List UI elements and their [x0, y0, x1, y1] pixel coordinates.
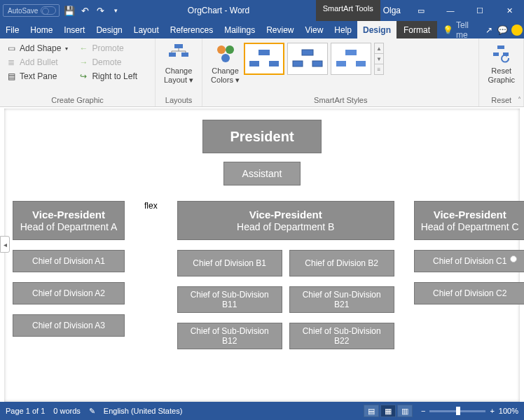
user-name[interactable]: Olga [380, 6, 404, 15]
web-layout-icon[interactable]: ▥ [397, 405, 413, 417]
text-pane-icon: ▤ [6, 71, 17, 82]
zoom-in-button[interactable]: + [490, 407, 494, 415]
print-layout-icon[interactable]: ▦ [380, 405, 396, 417]
gallery-more-icon[interactable]: ≡ [375, 64, 383, 74]
svg-rect-13 [336, 61, 346, 66]
gallery-up-icon[interactable]: ▲ [375, 43, 383, 54]
selection-handle[interactable] [510, 255, 517, 262]
promote-button[interactable]: ←Promote [76, 41, 139, 55]
org-b12[interactable]: Chief of Sub-Division B12 [177, 323, 282, 349]
change-layout-button[interactable]: Change Layout ▾ [160, 41, 198, 86]
promote-label: Promote [92, 43, 123, 53]
comments-icon[interactable]: 💬 [496, 21, 510, 38]
redo-icon[interactable]: ↷ [95, 5, 106, 16]
add-shape-label: Add Shape [20, 43, 61, 53]
svg-rect-10 [293, 61, 303, 66]
org-c1[interactable]: Chief of Division C1 [414, 250, 524, 272]
window-title: OrgChart - Word [121, 6, 315, 15]
tab-smartart-format[interactable]: Format [397, 21, 437, 38]
svg-rect-12 [345, 50, 357, 55]
feedback-icon[interactable] [510, 21, 524, 38]
tab-design[interactable]: Design [90, 21, 127, 38]
gallery-down-icon[interactable]: ▼ [375, 54, 383, 64]
document-area[interactable]: ◂ President Assistant Vice-President Hea… [0, 107, 524, 402]
reset-graphic-button[interactable]: Reset Graphic [483, 41, 519, 86]
maximize-button[interactable]: ☐ [468, 0, 492, 21]
style-option-1[interactable] [244, 43, 284, 75]
svg-rect-0 [174, 44, 183, 48]
org-b2[interactable]: Chief of Division B2 [289, 250, 394, 276]
org-b21[interactable]: Chief of Sun-Division B21 [289, 286, 394, 313]
svg-rect-7 [249, 61, 259, 66]
text-pane-button[interactable]: ▤Text Pane [4, 69, 69, 83]
demote-button[interactable]: →Demote [76, 55, 139, 69]
tab-help[interactable]: Help [329, 21, 357, 38]
add-shape-button[interactable]: ▭Add Shape▾ [4, 41, 69, 55]
zoom-slider[interactable] [429, 410, 485, 412]
zoom-out-button[interactable]: − [421, 407, 425, 415]
svg-point-4 [226, 46, 234, 54]
group-label: Layouts [160, 94, 198, 106]
tab-insert[interactable]: Insert [58, 21, 90, 38]
change-colors-icon [214, 43, 237, 65]
group-label: Create Graphic [4, 94, 151, 106]
contextual-tab-label: SmartArt Tools [316, 0, 380, 21]
svg-rect-6 [258, 50, 270, 55]
zoom-level[interactable]: 100% [499, 407, 518, 415]
org-assistant[interactable]: Assistant [223, 162, 301, 186]
org-a3[interactable]: Chief of Division A3 [13, 314, 125, 337]
tab-mailings[interactable]: Mailings [219, 21, 261, 38]
text-pane-handle[interactable]: ◂ [0, 236, 10, 253]
org-a2[interactable]: Chief of Division A2 [13, 282, 125, 304]
org-president[interactable]: President [202, 120, 322, 153]
proofing-icon[interactable]: ✎ [89, 407, 95, 416]
org-b11[interactable]: Chief of Sub-Division B11 [177, 286, 282, 313]
tab-references[interactable]: References [165, 21, 219, 38]
save-icon[interactable]: 💾 [64, 5, 75, 16]
group-smartart-styles: Change Colors ▾ ▲ ▼ ≡ SmartArt Styles [202, 38, 479, 106]
tab-home[interactable]: Home [25, 21, 58, 38]
tab-view[interactable]: View [300, 21, 329, 38]
style-option-2[interactable] [287, 43, 328, 75]
close-button[interactable]: ✕ [497, 0, 521, 21]
ribbon: ▭Add Shape▾ ≣Add Bullet ▤Text Pane ←Prom… [0, 38, 524, 107]
collapse-ribbon-icon[interactable]: ˄ [518, 96, 521, 104]
tell-me-search[interactable]: 💡 Tell me [437, 21, 482, 38]
autosave-toggle[interactable]: AutoSave [3, 4, 60, 17]
qat-dropdown-icon[interactable]: ▾ [110, 5, 121, 16]
svg-rect-14 [356, 61, 366, 66]
undo-icon[interactable]: ↶ [79, 5, 90, 16]
tab-review[interactable]: Review [261, 21, 299, 38]
reset-icon [490, 43, 513, 65]
minimize-button[interactable]: — [439, 0, 462, 21]
org-c2[interactable]: Chief of Division C2 [414, 282, 524, 304]
ribbon-tabs: File Home Insert Design Layout Reference… [0, 21, 524, 38]
demote-label: Demote [92, 57, 121, 67]
add-bullet-button[interactable]: ≣Add Bullet [4, 55, 69, 69]
change-colors-button[interactable]: Change Colors ▾ [207, 41, 244, 86]
style-option-3[interactable] [331, 43, 371, 75]
org-b22[interactable]: Chief of Sub-Division B22 [289, 323, 394, 349]
page-number[interactable]: Page 1 of 1 [6, 407, 45, 415]
org-vp-c[interactable]: Vice-President Head of Department C [414, 201, 524, 240]
vp-c-sub: Head of Department C [419, 221, 521, 233]
share-icon[interactable]: ↗ [482, 21, 496, 38]
right-to-left-button[interactable]: ↪Right to Left [76, 69, 139, 83]
rtl-icon: ↪ [78, 71, 89, 82]
ribbon-options-icon[interactable]: ▭ [409, 0, 433, 21]
tab-smartart-design[interactable]: Design [357, 21, 397, 38]
add-shape-icon: ▭ [6, 43, 17, 54]
read-mode-icon[interactable]: ▤ [364, 405, 379, 417]
word-count[interactable]: 0 words [53, 407, 81, 415]
org-vp-a[interactable]: Vice-President Head of Department A [13, 201, 125, 240]
add-bullet-label: Add Bullet [20, 57, 58, 67]
org-b1[interactable]: Chief of Division B1 [177, 250, 282, 276]
change-colors-text2: Colors ▾ [211, 76, 240, 85]
tab-layout[interactable]: Layout [128, 21, 165, 38]
org-a1[interactable]: Chief of Division A1 [13, 250, 125, 272]
org-vp-b[interactable]: Vice-President Head of Department B [177, 201, 394, 240]
language-status[interactable]: English (United States) [104, 407, 183, 415]
reset-text1: Reset [491, 66, 511, 76]
gallery-scroll: ▲ ▼ ≡ [374, 43, 384, 75]
tab-file[interactable]: File [0, 21, 25, 38]
